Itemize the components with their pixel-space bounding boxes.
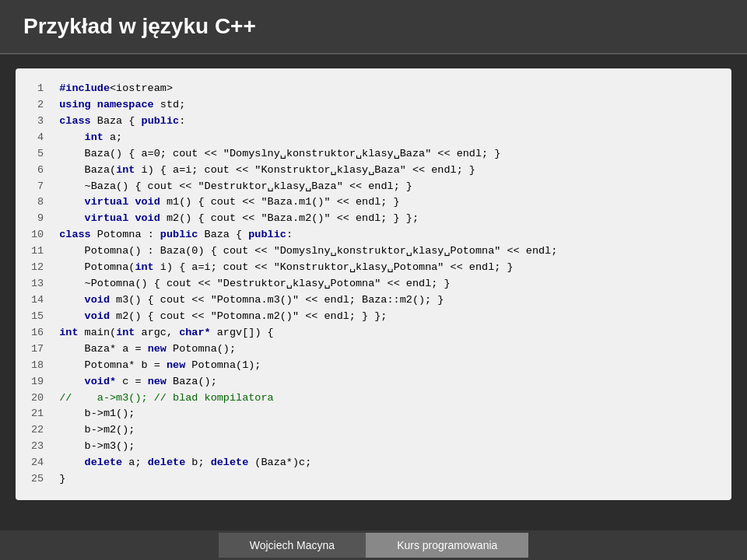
code-line-14: void m3() { cout << "Potomna.m3()" << en… [59, 292, 716, 309]
line-numbers: 1 2 3 4 5 6 7 8 9 10 11 12 13 14 15 16 1… [31, 81, 59, 488]
code-line-5: Baza() { a=0; cout << "Domyslny␣konstruk… [59, 146, 716, 163]
code-line-22: b->m2(); [59, 422, 716, 439]
code-line-16: int main(int argc, char* argv[]) { [59, 325, 716, 341]
code-line-18: Potomna* b = new Potomna(1); [59, 358, 716, 374]
code-line-6: Baza(int i) { a=i; cout << "Konstruktor␣… [59, 163, 716, 179]
code-line-8: virtual void m1() { cout << "Baza.m1()" … [59, 194, 716, 211]
slide-footer: Wojciech Macyna Kurs programowania [0, 530, 747, 560]
code-line-11: Potomna() : Baza(0) { cout << "Domyslny␣… [59, 243, 716, 260]
code-line-9: virtual void m2() { cout << "Baza.m2()" … [59, 211, 716, 227]
code-line-15: void m2() { cout << "Potomna.m2()" << en… [59, 309, 716, 325]
code-line-17: Baza* a = new Potomna(); [59, 341, 716, 358]
slide-header: Przykład w języku C++ [0, 0, 747, 54]
code-line-10: class Potomna : public Baza { public: [59, 227, 716, 243]
code-line-20: // a->m3(); // blad kompilatora [59, 390, 716, 407]
code-line-21: b->m1(); [59, 406, 716, 422]
code-line-3: class Baza { public: [59, 114, 716, 130]
code-line-13: ~Potomna() { cout << "Destruktor␣klasy␣P… [59, 276, 716, 292]
footer-course: Kurs programowania [366, 533, 528, 558]
code-line-1: #include<iostream> [59, 81, 716, 97]
code-line-12: Potomna(int i) { a=i; cout << "Konstrukt… [59, 260, 716, 276]
footer-author: Wojciech Macyna [219, 533, 366, 558]
code-line-25: } [59, 471, 716, 488]
code-lines: #include<iostream> using namespace std; … [59, 81, 716, 488]
code-area: 1 2 3 4 5 6 7 8 9 10 11 12 13 14 15 16 1… [31, 81, 716, 488]
slide-title: Przykład w języku C++ [23, 14, 724, 39]
code-container: 1 2 3 4 5 6 7 8 9 10 11 12 13 14 15 16 1… [16, 68, 731, 500]
code-line-24: delete a; delete b; delete (Baza*)c; [59, 455, 716, 471]
code-line-4: int a; [59, 130, 716, 146]
code-line-23: b->m3(); [59, 439, 716, 455]
code-line-7: ~Baza() { cout << "Destruktor␣klasy␣Baza… [59, 179, 716, 195]
code-line-2: using namespace std; [59, 97, 716, 114]
code-line-19: void* c = new Baza(); [59, 374, 716, 390]
